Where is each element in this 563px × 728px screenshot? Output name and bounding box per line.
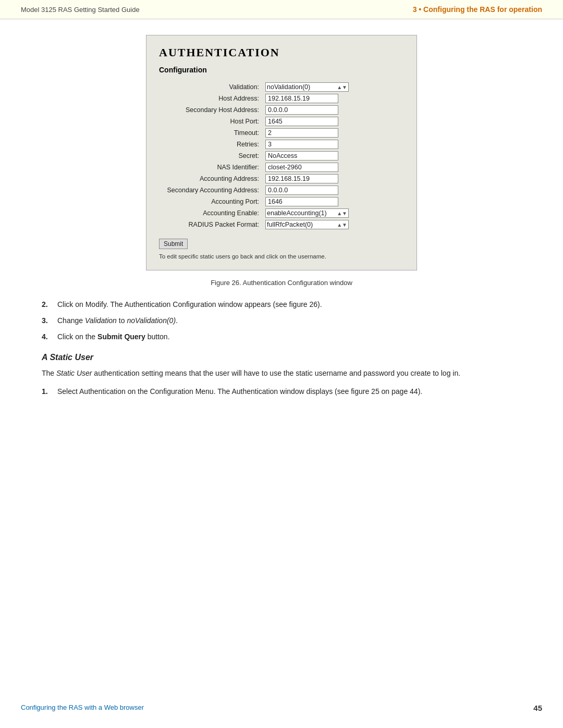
auth-field-input: 0.0.0.0 (265, 186, 338, 195)
auth-field-row: Accounting Enable:enableAccounting(1)▲▼ (159, 207, 404, 219)
auth-field-row: NAS Identifier:closet-2960 (159, 162, 404, 173)
static-user-section: A Static User The Static User authentica… (42, 353, 521, 397)
footer: Configuring the RAS with a Web browser 4… (0, 704, 563, 712)
step-3-num: 3. (42, 315, 57, 326)
auth-field-label: Validation: (159, 81, 263, 93)
header-left: Model 3125 RAS Getting Started Guide (21, 6, 140, 14)
auth-field-row: Secret:NoAccess (159, 150, 404, 162)
header: Model 3125 RAS Getting Started Guide 3 •… (0, 0, 563, 19)
auth-field-row: Validation:noValidation(0)▲▼ (159, 81, 404, 93)
auth-field-row: Timeout:2 (159, 127, 404, 139)
auth-field-select[interactable]: enableAccounting(1)▲▼ (265, 208, 349, 218)
submit-button[interactable]: Submit (159, 239, 188, 249)
auth-field-label: Secondary Host Address: (159, 104, 263, 116)
figure-caption: Figure 26. Authentication Configuration … (31, 279, 532, 287)
step-3: 3. Change Validation to noValidation(0). (42, 315, 521, 326)
auth-field-input: 192.168.15.19 (265, 94, 338, 103)
auth-field-input: 2 (265, 128, 338, 138)
auth-field-row: Accounting Port:1646 (159, 196, 404, 207)
auth-fields-table: Validation:noValidation(0)▲▼Host Address… (159, 81, 404, 230)
auth-field-input: 0.0.0.0 (265, 105, 338, 115)
auth-field-label: Accounting Enable: (159, 207, 263, 219)
step-4: 4. Click on the Submit Query button. (42, 331, 521, 342)
auth-field-label: Secret: (159, 150, 263, 162)
auth-field-label: NAS Identifier: (159, 162, 263, 173)
auth-screenshot: AUTHENTICATION Configuration Validation:… (146, 35, 417, 270)
step-2: 2. Click on Modify. The Authentication C… (42, 299, 521, 310)
auth-field-label: Timeout: (159, 127, 263, 139)
auth-field-row: Secondary Accounting Address:0.0.0.0 (159, 184, 404, 196)
section-heading: A Static User (42, 353, 521, 362)
auth-config-heading: Configuration (159, 66, 404, 74)
main-content: AUTHENTICATION Configuration Validation:… (0, 19, 563, 418)
auth-field-select[interactable]: fullRfcPacket(0)▲▼ (265, 220, 349, 229)
footer-left: Configuring the RAS with a Web browser (21, 704, 144, 712)
auth-field-input: closet-2960 (265, 163, 338, 172)
auth-field-select[interactable]: noValidation(0)▲▼ (265, 82, 349, 92)
auth-field-row: Secondary Host Address:0.0.0.0 (159, 104, 404, 116)
substep-1: 1. Select Authentication on the Configur… (42, 386, 521, 397)
auth-field-input: 1646 (265, 197, 338, 206)
auth-field-label: Accounting Address: (159, 173, 263, 184)
step-2-num: 2. (42, 299, 57, 310)
auth-field-row: Accounting Address:192.168.15.19 (159, 173, 404, 184)
auth-field-row: Host Port:1645 (159, 116, 404, 127)
step-4-text: Click on the Submit Query button. (57, 331, 521, 342)
step-4-num: 4. (42, 331, 57, 342)
substep-1-num: 1. (42, 386, 57, 397)
auth-title: AUTHENTICATION (159, 46, 404, 59)
auth-field-label: Secondary Accounting Address: (159, 184, 263, 196)
header-right: 3 • Configuring the RAS for operation (413, 5, 542, 14)
auth-field-input: 1645 (265, 117, 338, 126)
auth-field-input: 3 (265, 140, 338, 149)
auth-field-row: RADIUS Packet Format:fullRfcPacket(0)▲▼ (159, 219, 404, 230)
step-3-text: Change Validation to noValidation(0). (57, 315, 521, 326)
auth-field-row: Retries:3 (159, 139, 404, 150)
step-2-text: Click on Modify. The Authentication Conf… (57, 299, 521, 310)
steps-container: 2. Click on Modify. The Authentication C… (42, 299, 521, 342)
auth-note: To edit specific static users go back an… (159, 253, 404, 260)
auth-field-label: Host Address: (159, 93, 263, 104)
auth-field-label: RADIUS Packet Format: (159, 219, 263, 230)
auth-field-label: Accounting Port: (159, 196, 263, 207)
auth-field-input: NoAccess (265, 151, 338, 161)
substep-1-text: Select Authentication on the Configurati… (57, 386, 521, 397)
footer-right: 45 (533, 704, 542, 712)
auth-field-label: Host Port: (159, 116, 263, 127)
auth-field-label: Retries: (159, 139, 263, 150)
section-body: The Static User authentication setting m… (42, 367, 521, 379)
auth-field-row: Host Address:192.168.15.19 (159, 93, 404, 104)
auth-field-input: 192.168.15.19 (265, 174, 338, 183)
